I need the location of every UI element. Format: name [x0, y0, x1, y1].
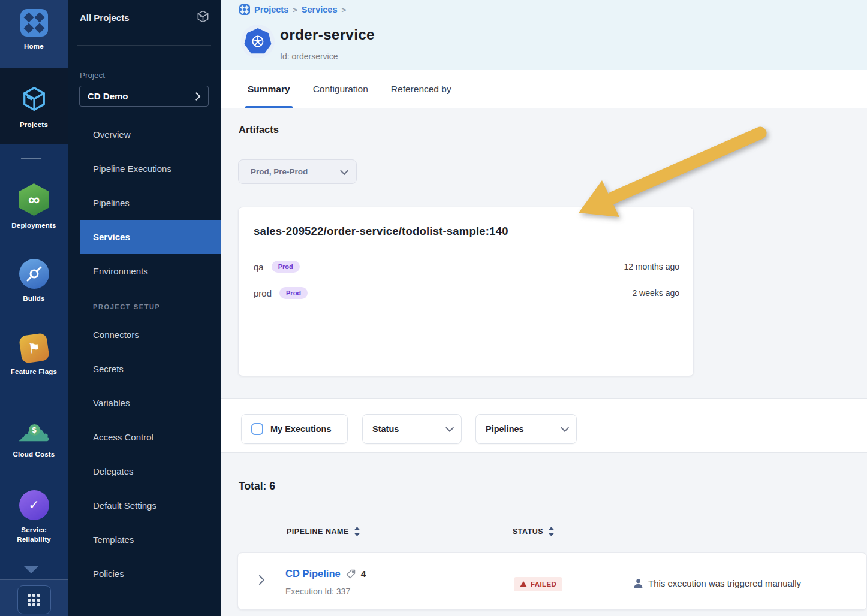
- sidebar-item-pipeline-executions[interactable]: Pipeline Executions: [68, 152, 221, 186]
- project-selector[interactable]: CD Demo: [79, 86, 209, 107]
- sidebar-section-divider: [93, 292, 204, 292]
- rail-item-label: Projects: [20, 120, 48, 130]
- dollar-icon: $: [29, 424, 40, 436]
- rail-item-projects[interactable]: Projects: [0, 68, 68, 144]
- rail-item-builds[interactable]: Builds: [0, 259, 68, 304]
- env-name: prod: [254, 288, 272, 298]
- harness-home-icon: [20, 9, 48, 37]
- module-grid-button[interactable]: [17, 585, 51, 614]
- chevron-down-icon[interactable]: [23, 566, 39, 573]
- artifact-env-row: prod Prod 2 weeks ago: [254, 287, 679, 299]
- status-filter[interactable]: Status: [362, 414, 462, 444]
- executions-filter-bar: My Executions Status Pipelines: [221, 398, 867, 453]
- k8s-wheel-icon: [250, 34, 266, 49]
- project-selector-value: CD Demo: [88, 91, 128, 101]
- all-projects-link[interactable]: All Projects: [80, 13, 130, 23]
- breadcrumb-services[interactable]: Services: [302, 5, 338, 14]
- sidebar-item-pipelines[interactable]: Pipelines: [68, 186, 221, 220]
- sidebar-item-overview[interactable]: Overview: [68, 117, 221, 152]
- tag-icon: [345, 569, 356, 579]
- chevron-down-icon: [340, 166, 348, 174]
- sidebar-item-secrets[interactable]: Secrets: [68, 352, 221, 386]
- sidebar-item-connectors[interactable]: Connectors: [68, 318, 221, 352]
- service-id: Id: orderservice: [280, 52, 338, 61]
- flag-icon: ⚑: [19, 333, 50, 364]
- execution-id: Execution Id: 337: [285, 587, 350, 596]
- rail-divider: [0, 560, 68, 560]
- tab-referenced-by[interactable]: Referenced by: [391, 70, 451, 108]
- page-title: order-service: [280, 26, 375, 43]
- project-setup-label: PROJECT SETUP: [68, 296, 221, 318]
- rail-item-service-reliability[interactable]: ✓ Service Reliability: [0, 490, 68, 544]
- tab-configuration[interactable]: Configuration: [313, 70, 368, 108]
- rail-item-cloud-costs[interactable]: ☁ $ Cloud Costs: [0, 415, 68, 460]
- artifact-card: sales-209522/order-service/todolist-samp…: [238, 207, 694, 376]
- column-status[interactable]: STATUS: [513, 527, 555, 536]
- artifact-title: sales-209522/order-service/todolist-samp…: [254, 225, 508, 238]
- rail-divider-handle: [21, 158, 41, 159]
- env-type-badge: Prod: [279, 287, 308, 299]
- rail-item-label: Cloud Costs: [13, 450, 55, 460]
- tab-bar: Summary Configuration Referenced by: [221, 70, 867, 108]
- tab-summary[interactable]: Summary: [248, 70, 290, 108]
- cube-icon[interactable]: [196, 10, 210, 26]
- sidebar-item-policies[interactable]: Policies: [68, 557, 221, 591]
- my-executions-label: My Executions: [270, 424, 332, 434]
- env-type-badge: Prod: [272, 261, 300, 273]
- my-executions-toggle[interactable]: My Executions: [241, 414, 348, 444]
- artifact-env-row: qa Prod 12 months ago: [254, 261, 679, 273]
- deploy-time: 2 weeks ago: [632, 288, 679, 298]
- sidebar-item-services[interactable]: Services: [80, 220, 221, 254]
- pipeline-link[interactable]: CD Pipeline: [285, 568, 341, 579]
- sidebar-item-templates[interactable]: Templates: [68, 523, 221, 557]
- harness-logo-icon: [239, 4, 250, 15]
- rail-item-home[interactable]: Home: [0, 0, 68, 68]
- warning-triangle-icon: [520, 581, 527, 587]
- rail-item-label: Deployments: [11, 221, 56, 231]
- sort-icon: [354, 527, 360, 536]
- sidebar-item-default-settings[interactable]: Default Settings: [68, 488, 221, 523]
- sidebar-item-delegates[interactable]: Delegates: [68, 454, 221, 488]
- kubernetes-service-icon: [241, 25, 275, 58]
- chevron-right-icon: [195, 92, 201, 101]
- status-badge: FAILED: [514, 577, 562, 591]
- sidebar-menu: Overview Pipeline Executions Pipelines S…: [68, 117, 221, 591]
- rail-item-deployments[interactable]: ∞ Deployments: [0, 183, 68, 231]
- rail-item-feature-flags[interactable]: ⚑ Feature Flags: [0, 334, 68, 377]
- total-count: Total: 6: [239, 480, 275, 493]
- trigger-info: This execution was triggered manually: [633, 578, 801, 588]
- rail-item-label: Feature Flags: [11, 367, 57, 377]
- cloud-dollar-icon: ☁ $: [17, 415, 51, 445]
- breadcrumb-projects[interactable]: Projects: [254, 5, 288, 14]
- artifacts-env-filter[interactable]: Prod, Pre-Prod: [238, 159, 357, 184]
- rail-item-label: Builds: [23, 294, 44, 304]
- cube-icon: [20, 85, 48, 115]
- expand-chevron-icon[interactable]: [258, 575, 265, 588]
- env-name: qa: [254, 262, 264, 272]
- column-pipeline-name[interactable]: PIPELINE NAME: [287, 527, 360, 536]
- builds-scan-icon: [19, 259, 49, 289]
- executions-table-header: PIPELINE NAME STATUS: [221, 527, 867, 539]
- sidebar-header: All Projects: [80, 10, 210, 26]
- module-rail: Home Projects ∞ Deployments: [0, 0, 68, 616]
- deployments-infinity-icon: ∞: [19, 183, 49, 216]
- rail-item-label: Home: [24, 42, 44, 52]
- harness-app: Home Projects ∞ Deployments: [0, 0, 867, 616]
- checkbox-icon[interactable]: [251, 423, 263, 435]
- breadcrumb: Projects > Services >: [239, 4, 346, 15]
- user-icon: [633, 578, 643, 588]
- grid-icon: [28, 594, 40, 606]
- sidebar-divider: [77, 45, 211, 46]
- chevron-down-icon: [445, 424, 454, 432]
- breadcrumb-separator: >: [342, 5, 347, 14]
- execution-row[interactable]: CD Pipeline 4 Execution Id: 337 FAILED T…: [237, 552, 867, 610]
- deploy-time: 12 months ago: [624, 262, 679, 271]
- sidebar-item-environments[interactable]: Environments: [68, 254, 221, 288]
- artifacts-heading: Artifacts: [239, 124, 279, 135]
- pipelines-filter[interactable]: Pipelines: [475, 414, 577, 444]
- chevron-down-icon: [561, 424, 569, 432]
- sidebar-item-access-control[interactable]: Access Control: [68, 420, 221, 454]
- pipeline-name-cell: CD Pipeline 4: [285, 568, 366, 579]
- sidebar-item-variables[interactable]: Variables: [68, 386, 221, 420]
- breadcrumb-separator: >: [293, 5, 297, 14]
